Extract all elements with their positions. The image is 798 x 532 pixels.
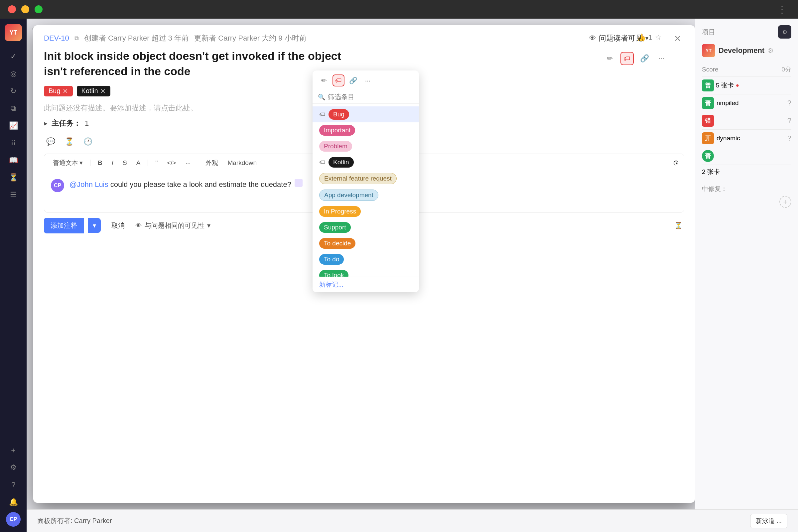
italic-button[interactable]: I [108, 158, 117, 168]
dropdown-link-icon[interactable]: 🔗 [347, 75, 359, 87]
tag-icon-kotlin: 🏷 [319, 159, 325, 166]
sidebar-item-bell[interactable]: 🔔 [6, 495, 21, 509]
kanji-badge-red: 错 [702, 115, 714, 127]
sidebar-item-book[interactable]: 📖 [6, 153, 21, 168]
dropdown-footer-new-tag[interactable]: 新标记... [312, 277, 419, 292]
modal-meta: DEV-10 ⧉ 创建者 Carry Parker 超过 3 年前 更新者 Ca… [44, 33, 684, 43]
footer-visibility[interactable]: 👁 与问题相同的可见性 ▾ [135, 221, 210, 230]
score-value: 0分 [781, 65, 791, 74]
code-button[interactable]: </> [164, 158, 179, 168]
external-button[interactable]: 外观 [202, 157, 222, 169]
sidebar-bottom: ＋ ⚙ ? 🔔 CP [6, 443, 21, 527]
tag-bug-remove[interactable]: ✕ [62, 87, 68, 95]
clock-icon[interactable]: 🕐 [81, 135, 94, 148]
tag-kotlin-remove[interactable]: ✕ [100, 87, 106, 95]
dropdown-edit-icon[interactable]: ✏ [318, 75, 330, 87]
label-item-problem[interactable]: Problem [312, 138, 419, 154]
more-icon[interactable]: ··· [655, 52, 668, 65]
sidebar-item-menu[interactable]: ☰ [6, 188, 21, 202]
sidebar-item-help[interactable]: ? [6, 477, 21, 492]
label-item-to-decide[interactable]: To decide [312, 235, 419, 251]
sidebar-item-check[interactable]: ✓ [6, 49, 21, 64]
ai-button[interactable]: @ [673, 160, 679, 166]
add-comment-dropdown-button[interactable]: ▾ [88, 218, 101, 233]
label-item-bug[interactable]: 🏷 Bug [312, 107, 419, 122]
add-item-button[interactable]: ＋ [779, 196, 791, 208]
footer-timer-icon[interactable]: ⏳ [672, 220, 684, 231]
chevron-down-icon: ▾ [645, 35, 648, 42]
label-item-kotlin[interactable]: 🏷 Kotlin [312, 154, 419, 170]
label-icon-active[interactable]: 🏷 [621, 52, 634, 65]
kanji-badge-green: 普 [702, 79, 714, 92]
edit-icon[interactable]: ✏ [603, 52, 616, 65]
sidebar-item-apps[interactable]: ⁞⁞ [6, 136, 21, 150]
workspace-avatar[interactable]: YT [5, 24, 22, 41]
sidebar-item-target[interactable]: ◎ [6, 66, 21, 81]
project-settings-icon[interactable]: ⚙ [768, 46, 774, 55]
window-menu[interactable]: ⋮ [777, 4, 787, 15]
new-swimlane-button[interactable]: 新泳道 ... [750, 514, 787, 528]
issue-id: DEV-10 [44, 34, 69, 42]
label-item-to-do[interactable]: To do [312, 251, 419, 267]
text-color-button[interactable]: A [133, 158, 144, 168]
bottom-bar: 面板所有者: Carry Parker 新泳道 ... [26, 509, 798, 532]
label-item-support[interactable]: Support [312, 220, 419, 235]
markdown-button[interactable]: Markdown [224, 158, 260, 168]
action-icons: ✏ 🏷 🔗 ··· [603, 52, 668, 65]
editor-user-avatar: CP [51, 179, 64, 192]
eye-icon: 👁 [589, 34, 596, 42]
window-chrome: ⋮ [0, 0, 798, 19]
bold-button[interactable]: B [94, 158, 106, 168]
chip-external: External feature request [319, 173, 397, 184]
tag-icon-bug: 🏷 [319, 111, 325, 118]
cancel-button[interactable]: 取消 [105, 218, 131, 233]
dropdown-more-icon[interactable]: ··· [362, 75, 374, 87]
label-item-external[interactable]: External feature request [312, 170, 419, 187]
dropdown-label-icon-active[interactable]: 🏷 [332, 75, 344, 87]
maximize-button[interactable] [35, 5, 42, 13]
kanji-badge-green-2: 普 [702, 97, 714, 109]
strikethrough-button[interactable]: S [119, 158, 130, 168]
likes-count: 1 [648, 33, 652, 42]
visibility-section[interactable]: 👁 问题读者可见 ▾ [589, 33, 648, 43]
minimize-button[interactable] [21, 5, 29, 13]
text-style-dropdown[interactable]: 普通文本 ▾ [50, 157, 86, 169]
sidebar-item-hourglass[interactable]: ⏳ [6, 170, 21, 185]
label-item-to-look[interactable]: To look [312, 267, 419, 277]
search-input[interactable] [328, 93, 414, 101]
footer-chevron-icon: ▾ [207, 222, 210, 229]
user-avatar[interactable]: CP [6, 512, 21, 527]
project-label: 项目 [702, 27, 715, 37]
board-owner-label: 面板所有者: Carry Parker [37, 516, 112, 525]
avatar-row: 普 [702, 147, 791, 165]
label-item-in-progress[interactable]: In Progress [312, 204, 419, 220]
sidebar-gear-button[interactable]: ⚙ [778, 25, 791, 39]
bottom-bar-right: 新泳道 ... [750, 514, 787, 528]
chip-to-do: To do [319, 254, 344, 265]
updater-info: 更新者 Carry Parker 大约 9 小时前 [194, 33, 306, 43]
sidebar-item-grid[interactable]: ⧉ [6, 101, 21, 116]
add-comment-button[interactable]: 添加注释 [44, 218, 84, 233]
main-content: ‹ 扩 ✕ 👍 1 ☆ 👁 问题读者可见 ▾ DEV-10 ⧉ 创建者 Carr… [26, 19, 695, 509]
link-icon[interactable]: 🔗 [638, 52, 651, 65]
timer-icon[interactable]: ⏳ [62, 135, 76, 148]
label-item-important[interactable]: Important [312, 122, 419, 138]
more-button[interactable]: ··· [182, 158, 194, 168]
copy-icon[interactable]: ⧉ [75, 35, 79, 42]
close-button[interactable] [8, 5, 16, 13]
dropdown-list: 🏷 Bug Important Problem 🏷 Kotlin Externa… [312, 104, 419, 277]
sidebar-item-settings[interactable]: ⚙ [6, 460, 21, 475]
comment-icon[interactable]: 💬 [44, 135, 57, 148]
label-item-app-dev[interactable]: App development [312, 187, 419, 204]
cards-count-1: 5 张卡 [716, 81, 734, 90]
modal-close-button[interactable]: ✕ [671, 32, 684, 45]
right-sidebar-header: 项目 ⚙ [702, 25, 791, 39]
sidebar-item-refresh[interactable]: ↻ [6, 84, 21, 98]
quote-button[interactable]: " [152, 158, 161, 168]
star-icon[interactable]: ☆ [655, 33, 662, 42]
tasks-chevron-icon: ▸ [44, 119, 48, 128]
sidebar-item-chart[interactable]: 📈 [6, 118, 21, 133]
mention-john[interactable]: @John Luis [70, 180, 108, 189]
sidebar-item-add[interactable]: ＋ [6, 443, 21, 457]
chip-app-dev: App development [319, 190, 378, 201]
